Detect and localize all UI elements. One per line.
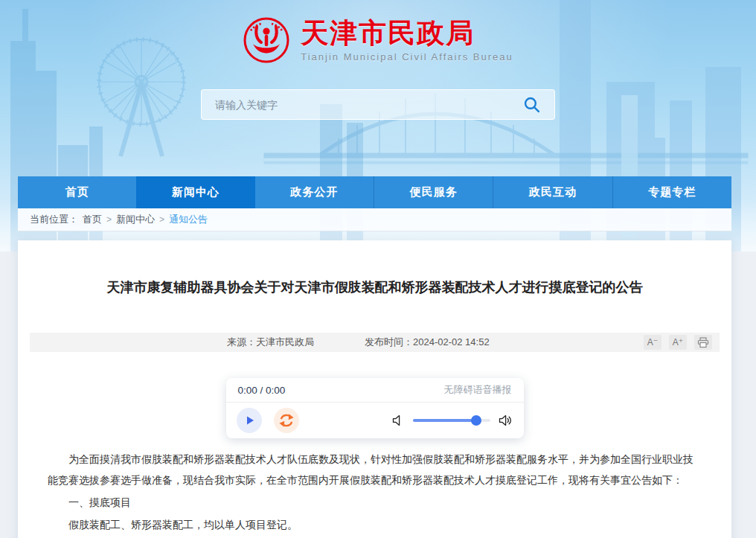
article-paragraph: 一、摸底项目 (48, 492, 702, 513)
breadcrumb-notices[interactable]: 通知公告 (169, 213, 208, 226)
audio-player-label: 无障碍语音播报 (444, 383, 512, 397)
loop-icon (278, 412, 295, 429)
source-value: 天津市民政局 (256, 336, 314, 348)
breadcrumb-news[interactable]: 新闻中心 (116, 213, 155, 226)
breadcrumb: 当前位置： 首页 > 新闻中心 > 通知公告 (18, 208, 731, 231)
article-tools: A⁻ A⁺ (644, 335, 712, 350)
main-nav: 首页 新闻中心 政务公开 便民服务 政民互动 专题专栏 (18, 176, 731, 208)
play-icon (242, 413, 257, 428)
printer-icon (697, 337, 709, 348)
print-button[interactable] (694, 335, 712, 350)
audio-player-header: 0:00 / 0:00 无障碍语音播报 (226, 378, 524, 403)
audio-player-controls (226, 403, 524, 438)
site-logo[interactable]: 天津市民政局 Tianjin Municipal Civil Affairs B… (0, 0, 756, 64)
volume-mute-button[interactable] (392, 414, 405, 426)
nav-item-special[interactable]: 专题专栏 (612, 176, 731, 208)
audio-player: 0:00 / 0:00 无障碍语音播报 (226, 378, 524, 438)
speaker-loud-icon (499, 414, 513, 426)
article-publish-time: 发布时间：2024-02-02 14:52 (365, 336, 490, 349)
publish-time-label: 发布时间： (365, 336, 413, 348)
breadcrumb-home[interactable]: 首页 (83, 213, 102, 226)
speaker-mute-icon (392, 414, 405, 426)
site-subtitle: Tianjin Municipal Civil Affairs Bureau (301, 51, 513, 63)
font-increase-button[interactable]: A⁺ (669, 335, 687, 350)
volume-slider[interactable] (413, 415, 490, 426)
nav-item-home[interactable]: 首页 (18, 176, 136, 208)
article-source: 来源：天津市民政局 (227, 336, 314, 349)
play-button[interactable] (237, 408, 262, 433)
article-paragraph: 为全面摸清我市假肢装配和矫形器装配技术人才队伍底数及现状，针对性加强假肢装配和矫… (48, 449, 702, 490)
volume-fill (413, 419, 476, 422)
article-body: 为全面摸清我市假肢装配和矫形器装配技术人才队伍底数及现状，针对性加强假肢装配和矫… (18, 449, 731, 538)
audio-time-display: 0:00 / 0:00 (238, 385, 286, 396)
nav-item-gov-info[interactable]: 政务公开 (255, 176, 374, 208)
search-button[interactable] (522, 95, 541, 114)
breadcrumb-prefix: 当前位置： (30, 213, 78, 226)
volume-loud-button[interactable] (499, 414, 513, 426)
source-label: 来源： (227, 336, 256, 348)
publish-time-value: 2024-02-02 14:52 (413, 336, 490, 348)
civil-affairs-emblem-icon (243, 16, 290, 64)
article-paragraph: 假肢装配工、矫形器装配工，均以单人项目登记。 (48, 514, 702, 535)
site-title: 天津市民政局 (301, 18, 513, 49)
nav-item-news[interactable]: 新闻中心 (136, 176, 254, 208)
search-box (201, 89, 555, 120)
volume-controls (392, 414, 513, 426)
article-panel: 天津市康复辅助器具协会关于对天津市假肢装配和矫形器装配技术人才进行摸底登记的公告… (18, 240, 731, 538)
nav-item-interaction[interactable]: 政民互动 (493, 176, 612, 208)
article-title: 天津市康复辅助器具协会关于对天津市假肢装配和矫形器装配技术人才进行摸底登记的公告 (18, 240, 731, 297)
breadcrumb-separator: > (159, 214, 164, 225)
breadcrumb-separator: > (106, 214, 112, 225)
font-decrease-button[interactable]: A⁻ (644, 335, 662, 350)
volume-thumb[interactable] (471, 415, 481, 426)
loop-button[interactable] (274, 408, 299, 433)
search-icon (522, 95, 541, 114)
nav-item-services[interactable]: 便民服务 (374, 176, 493, 208)
search-input[interactable] (215, 99, 522, 111)
article-meta-bar: 来源：天津市民政局 发布时间：2024-02-02 14:52 A⁻ A⁺ (30, 333, 720, 352)
